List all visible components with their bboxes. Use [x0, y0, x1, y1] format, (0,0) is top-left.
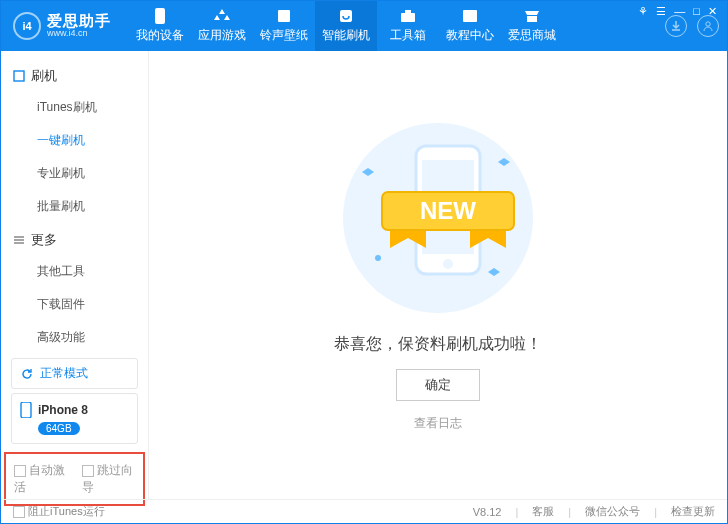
- window-controls: ⚘ ☰ — □ ✕: [638, 5, 717, 18]
- capacity-badge: 64GB: [38, 422, 80, 435]
- check-update-link[interactable]: 检查更新: [671, 504, 715, 519]
- note-icon: [275, 8, 293, 24]
- mode-label: 正常模式: [40, 365, 88, 382]
- view-log-link[interactable]: 查看日志: [414, 415, 462, 432]
- phone-icon: [151, 8, 169, 24]
- success-message: 恭喜您，保资料刷机成功啦！: [334, 334, 542, 355]
- more-group-icon: [13, 234, 25, 246]
- footer: 阻止iTunes运行 V8.12 | 客服 | 微信公众号 | 检查更新: [1, 499, 727, 523]
- ribbon-text: NEW: [420, 197, 476, 224]
- header: ⚘ ☰ — □ ✕ i4 爱思助手 www.i4.cn 我的设备 应用游戏: [1, 1, 727, 51]
- ok-button[interactable]: 确定: [396, 369, 480, 401]
- svg-rect-9: [21, 402, 31, 418]
- sidebar-item-pro[interactable]: 专业刷机: [1, 157, 148, 190]
- book-icon: [461, 8, 479, 24]
- tab-ringtones[interactable]: 铃声壁纸: [253, 1, 315, 51]
- brand: i4 爱思助手 www.i4.cn: [13, 12, 111, 40]
- options-row: 自动激活 跳过向导: [4, 452, 145, 506]
- mode-selector[interactable]: 正常模式: [11, 358, 138, 389]
- body: 刷机 iTunes刷机 一键刷机 专业刷机 批量刷机 更多 其他工具 下载固件 …: [1, 51, 727, 499]
- tab-label: 教程中心: [446, 27, 494, 44]
- sidebar-group-more[interactable]: 更多: [1, 223, 148, 255]
- tab-shop[interactable]: 爱思商城: [501, 1, 563, 51]
- tab-label: 我的设备: [136, 27, 184, 44]
- success-illustration: NEW: [338, 118, 538, 318]
- tab-label: 应用游戏: [198, 27, 246, 44]
- sidebar-item-advanced[interactable]: 高级功能: [1, 321, 148, 354]
- tab-label: 智能刷机: [322, 27, 370, 44]
- svg-rect-8: [14, 71, 24, 81]
- top-tabs: 我的设备 应用游戏 铃声壁纸 智能刷机 工具箱 教程中心: [129, 1, 563, 51]
- apps-icon: [213, 8, 231, 24]
- sidebar-group-flash[interactable]: 刷机: [1, 59, 148, 91]
- svg-point-14: [375, 255, 381, 261]
- tab-label: 铃声壁纸: [260, 27, 308, 44]
- tab-my-device[interactable]: 我的设备: [129, 1, 191, 51]
- checkbox-label: 阻止iTunes运行: [28, 505, 105, 517]
- tab-toolbox[interactable]: 工具箱: [377, 1, 439, 51]
- min-button[interactable]: —: [674, 5, 685, 18]
- skip-guide-checkbox[interactable]: 跳过向导: [82, 462, 136, 496]
- device-name: iPhone 8: [38, 403, 88, 417]
- tab-tutorials[interactable]: 教程中心: [439, 1, 501, 51]
- block-itunes-checkbox[interactable]: 阻止iTunes运行: [13, 504, 105, 519]
- brand-title: 爱思助手: [47, 13, 111, 30]
- sidebar-item-othertools[interactable]: 其他工具: [1, 255, 148, 288]
- svg-rect-1: [278, 10, 290, 22]
- close-button[interactable]: ✕: [708, 5, 717, 18]
- svg-point-7: [706, 22, 710, 26]
- wechat-link[interactable]: 微信公众号: [585, 504, 640, 519]
- tab-label: 工具箱: [390, 27, 426, 44]
- sidebar-item-batch[interactable]: 批量刷机: [1, 190, 148, 223]
- logo-icon: i4: [13, 12, 41, 40]
- sidebar-item-firmware[interactable]: 下载固件: [1, 288, 148, 321]
- phone-icon: [20, 402, 32, 418]
- sidebar-group-title: 刷机: [31, 67, 57, 85]
- main-content: NEW 恭喜您，保资料刷机成功啦！ 确定 查看日志: [149, 51, 727, 499]
- brand-sub: www.i4.cn: [47, 29, 111, 39]
- sidebar-item-oneclick[interactable]: 一键刷机: [1, 124, 148, 157]
- download-button[interactable]: [665, 15, 687, 37]
- sidebar-group-title: 更多: [31, 231, 57, 249]
- version-label: V8.12: [473, 506, 502, 518]
- svg-rect-6: [527, 16, 537, 22]
- header-right: [665, 15, 719, 37]
- refresh-icon: [337, 8, 355, 24]
- tab-flash[interactable]: 智能刷机: [315, 1, 377, 51]
- svg-rect-5: [463, 10, 477, 22]
- support-link[interactable]: 客服: [532, 504, 554, 519]
- max-button[interactable]: □: [693, 5, 700, 18]
- svg-rect-4: [405, 10, 411, 13]
- flash-group-icon: [13, 70, 25, 82]
- svg-rect-2: [340, 10, 352, 22]
- svg-rect-0: [155, 8, 165, 24]
- user-button[interactable]: [697, 15, 719, 37]
- svg-rect-3: [401, 13, 415, 22]
- tab-label: 爱思商城: [508, 27, 556, 44]
- toolbox-icon: [399, 8, 417, 24]
- tab-apps[interactable]: 应用游戏: [191, 1, 253, 51]
- menu-icon[interactable]: ☰: [656, 5, 666, 18]
- device-card[interactable]: iPhone 8 64GB: [11, 393, 138, 444]
- gift-icon[interactable]: ⚘: [638, 5, 648, 18]
- sidebar-item-itunes[interactable]: iTunes刷机: [1, 91, 148, 124]
- sidebar: 刷机 iTunes刷机 一键刷机 专业刷机 批量刷机 更多 其他工具 下载固件 …: [1, 51, 149, 499]
- svg-point-17: [443, 259, 453, 269]
- refresh-icon: [20, 367, 34, 381]
- shop-icon: [523, 8, 541, 24]
- auto-activate-checkbox[interactable]: 自动激活: [14, 462, 68, 496]
